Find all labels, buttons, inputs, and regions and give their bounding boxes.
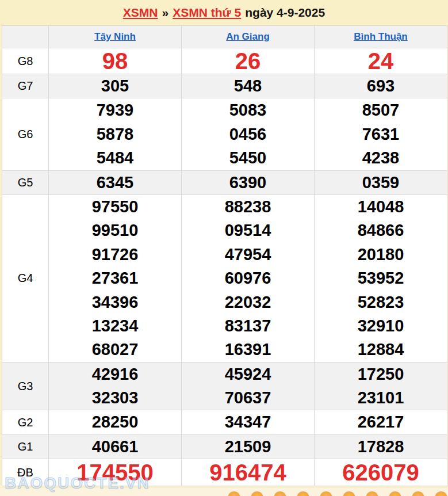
prize-value: 21509 bbox=[182, 435, 314, 459]
prize-value: 84866 bbox=[315, 219, 447, 242]
province-link-an-giang[interactable]: An Giang bbox=[226, 31, 270, 42]
prize-value: 14048 bbox=[315, 195, 447, 219]
prize-value: 5450 bbox=[182, 146, 314, 170]
prize-value: 693 bbox=[315, 74, 447, 98]
prize-value: 5878 bbox=[49, 123, 181, 146]
prize-value: 548 bbox=[182, 74, 314, 98]
prize-value: 70637 bbox=[182, 386, 314, 410]
prize-value: 5484 bbox=[49, 146, 181, 170]
prize-value: 97550 bbox=[49, 195, 181, 219]
prize-value: 13234 bbox=[49, 314, 181, 338]
prize-value: 60976 bbox=[182, 266, 314, 290]
province-header: An Giang bbox=[182, 26, 315, 48]
prize-value: 12884 bbox=[315, 338, 447, 361]
lottery-ball-icon bbox=[228, 491, 240, 496]
prize-value: 68027 bbox=[49, 338, 181, 361]
province-link-binh-thuan[interactable]: Bình Thuận bbox=[354, 31, 407, 42]
prize-row-g8: G8 98 26 24 bbox=[2, 48, 447, 74]
lottery-ball-icon bbox=[412, 491, 424, 496]
prize-row-g2: G2 28250 34347 26217 bbox=[2, 410, 447, 434]
prize-value: 6345 bbox=[49, 171, 181, 194]
prize-row-db: ĐB 174550 916474 626079 bbox=[2, 459, 447, 486]
prize-value: 42916 bbox=[49, 363, 181, 386]
prize-value: 23101 bbox=[315, 386, 447, 410]
draw-date: ngày 4-9-2025 bbox=[245, 6, 325, 20]
lottery-ball-icon bbox=[435, 491, 447, 496]
prize-value: 98 bbox=[49, 49, 181, 73]
prize-value: 4238 bbox=[315, 146, 447, 170]
breadcrumb-separator: » bbox=[162, 6, 169, 20]
prize-value: 45924 bbox=[182, 363, 314, 386]
prize-value: 174550 bbox=[49, 460, 181, 484]
prize-row-g3: G3 42916 32303 45924 70637 17250 23101 bbox=[2, 362, 447, 410]
lottery-ball-icon bbox=[320, 491, 332, 496]
prize-value: 24 bbox=[315, 49, 447, 73]
prize-label: G7 bbox=[2, 74, 49, 98]
lottery-ball-icon bbox=[343, 491, 355, 496]
prize-value: 8507 bbox=[315, 98, 447, 122]
lottery-ball-icon bbox=[251, 491, 263, 496]
province-header: Tây Ninh bbox=[49, 26, 182, 48]
prize-value: 17250 bbox=[315, 363, 447, 386]
prize-label: G6 bbox=[2, 98, 49, 170]
prize-value: 83137 bbox=[182, 314, 314, 338]
prize-value: 626079 bbox=[315, 460, 447, 484]
corner-cell bbox=[2, 26, 49, 48]
prize-value: 53952 bbox=[315, 266, 447, 290]
prize-value: 916474 bbox=[182, 460, 314, 484]
prize-row-g5: G5 6345 6390 0359 bbox=[2, 170, 447, 194]
prize-value: 91726 bbox=[49, 243, 181, 266]
prize-label: G3 bbox=[2, 362, 49, 410]
prize-value: 40661 bbox=[49, 435, 181, 459]
prize-value: 7631 bbox=[315, 123, 447, 146]
lottery-ball-icon bbox=[297, 491, 309, 496]
prize-value: 26217 bbox=[315, 410, 447, 434]
lottery-ball-icon bbox=[366, 491, 378, 496]
prize-label: G5 bbox=[2, 170, 49, 194]
prize-value: 32910 bbox=[315, 314, 447, 338]
prize-value: 0456 bbox=[182, 123, 314, 146]
xsmn-link[interactable]: XSMN bbox=[123, 6, 158, 20]
prize-value: 34396 bbox=[49, 291, 181, 314]
prize-value: 5083 bbox=[182, 98, 314, 122]
prize-value: 32303 bbox=[49, 386, 181, 410]
table-header-row: Tây Ninh An Giang Bình Thuận bbox=[2, 26, 447, 48]
prize-row-g6: G6 7939 5878 5484 5083 0456 5450 8507 76… bbox=[2, 98, 447, 170]
prize-label: G1 bbox=[2, 434, 49, 459]
bottom-strip bbox=[0, 488, 448, 496]
prize-value: 52823 bbox=[315, 291, 447, 314]
prize-label: G4 bbox=[2, 194, 49, 362]
prize-value: 47954 bbox=[182, 243, 314, 266]
prize-row-g4: G4 97550 99510 91726 27361 34396 13234 6… bbox=[2, 194, 447, 362]
prize-label: G2 bbox=[2, 410, 49, 434]
prize-value: 27361 bbox=[49, 266, 181, 290]
province-header: Bình Thuận bbox=[315, 26, 447, 48]
prize-value: 20180 bbox=[315, 243, 447, 266]
prize-value: 7939 bbox=[49, 98, 181, 122]
prize-value: 0359 bbox=[315, 171, 447, 194]
prize-value: 26 bbox=[182, 49, 314, 73]
prize-label: G8 bbox=[2, 48, 49, 74]
prize-value: 17828 bbox=[315, 435, 447, 459]
lottery-ball-icon bbox=[274, 491, 286, 496]
prize-label: ĐB bbox=[2, 459, 49, 486]
province-link-tay-ninh[interactable]: Tây Ninh bbox=[94, 31, 136, 42]
xsmn-day-link[interactable]: XSMN thứ 5 bbox=[173, 6, 241, 20]
page-title: XSMN » XSMN thứ 5 ngày 4-9-2025 bbox=[0, 0, 448, 25]
lottery-results-table: Tây Ninh An Giang Bình Thuận G8 98 26 24… bbox=[2, 25, 447, 486]
prize-value: 88238 bbox=[182, 195, 314, 219]
prize-value: 305 bbox=[49, 74, 181, 98]
prize-value: 6390 bbox=[182, 171, 314, 194]
prize-value: 09514 bbox=[182, 219, 314, 242]
lottery-ball-icon bbox=[389, 491, 401, 496]
prize-value: 22032 bbox=[182, 291, 314, 314]
prize-value: 28250 bbox=[49, 410, 181, 434]
prize-row-g1: G1 40661 21509 17828 bbox=[2, 434, 447, 459]
prize-value: 34347 bbox=[182, 410, 314, 434]
prize-value: 16391 bbox=[182, 338, 314, 361]
prize-value: 99510 bbox=[49, 219, 181, 242]
prize-row-g7: G7 305 548 693 bbox=[2, 74, 447, 98]
